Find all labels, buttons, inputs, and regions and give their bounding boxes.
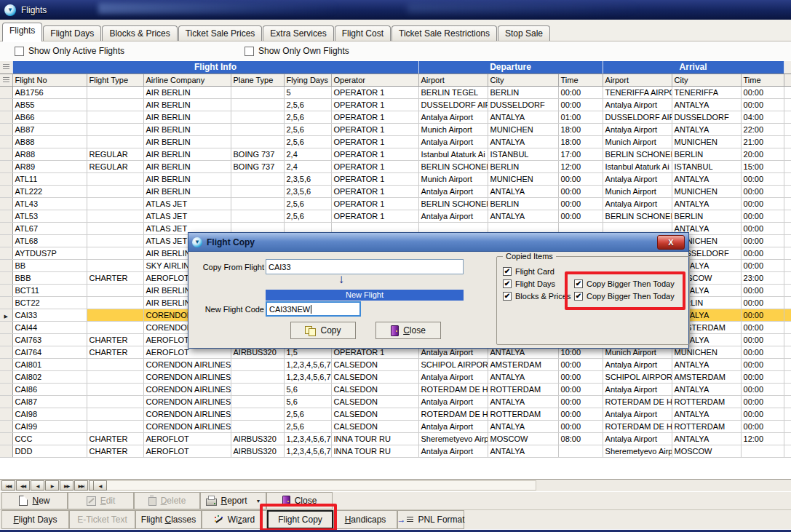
grid-cell[interactable] (87, 247, 143, 259)
grid-cell[interactable]: 1,2,3,4,5,6,7 (284, 445, 331, 457)
grid-cell[interactable]: CCC (12, 432, 87, 445)
grid-cell[interactable]: CHARTER (87, 346, 143, 358)
grid-cell[interactable]: 2,3,5,6 (284, 185, 331, 197)
grid-cell[interactable]: ROTTERDAM (488, 383, 558, 395)
grid-cell[interactable]: CAI99 (12, 420, 87, 432)
checkbox-box[interactable]: ✔ (574, 279, 583, 288)
grid-cell[interactable] (87, 123, 143, 135)
grid-cell[interactable]: AB1756 (12, 86, 87, 98)
grid-cell[interactable] (87, 234, 143, 247)
grid-cell[interactable]: SCHIPOL AIRPORT (418, 358, 488, 370)
checkbox-box[interactable]: ✔ (503, 279, 512, 288)
grid-cell[interactable]: CORENDON AIRLINES (143, 358, 231, 370)
grid-cell[interactable]: 2,5,6 (284, 98, 331, 111)
grid-cell[interactable]: DUSSELDORF (672, 111, 741, 123)
button-flight-classes[interactable]: Flight Classes (135, 510, 202, 529)
grid-cell[interactable] (87, 296, 143, 309)
grid-cell[interactable]: ANTALYA (488, 111, 558, 123)
grid-row-cai802[interactable]: CAI802CORENDON AIRLINES1,2,3,4,5,6,7CALS… (0, 370, 791, 383)
grid-row-ab87[interactable]: AB87AIR BERLIN2,5,6OPERATOR 1Munich Airp… (0, 123, 791, 135)
grid-cell[interactable]: 00:00 (741, 98, 784, 111)
nav-next-button[interactable]: ▶ (45, 480, 59, 491)
column-header-plane-type-3[interactable]: Plane Type (231, 74, 284, 86)
grid-cell[interactable]: ATL68 (12, 234, 87, 247)
grid-cell[interactable] (87, 420, 143, 432)
grid-cell[interactable]: CAI763 (12, 333, 87, 346)
button-close[interactable]: Close (266, 492, 333, 509)
checkbox-box[interactable] (15, 47, 24, 56)
grid-cell[interactable]: 00:00 (741, 185, 784, 197)
grid-cell[interactable]: CAI764 (12, 346, 87, 358)
grid-cell[interactable]: BCT22 (12, 296, 87, 309)
grid-cell[interactable]: MUNICHEN (672, 135, 741, 148)
grid-cell[interactable]: Antalya Airport (603, 408, 672, 420)
grid-cell[interactable]: Munich Airport (418, 172, 488, 185)
grid-cell[interactable]: ANTALYA (488, 445, 558, 457)
grid-cell[interactable]: ATL43 (12, 197, 87, 210)
grid-cell[interactable]: 5,6 (284, 395, 331, 408)
grid-cell[interactable]: CHARTER (87, 432, 143, 445)
grid-cell[interactable]: DDD (12, 445, 87, 457)
grid-row-cai98[interactable]: CAI98CORENDON AIRLINES2,5,6CALSEDONROTER… (0, 408, 791, 420)
grid-cell[interactable]: AIR BERLIN (143, 185, 231, 197)
grid-cell[interactable] (558, 445, 603, 457)
grid-cell[interactable]: BERLIN (488, 86, 558, 98)
grid-cell[interactable]: Antalya Airport (418, 111, 488, 123)
grid-cell[interactable]: AMSTERDAM (672, 370, 741, 383)
new-flight-code-input[interactable]: CAI33NEW (266, 301, 361, 317)
grid-cell[interactable]: 00:00 (558, 358, 603, 370)
grid-cell[interactable]: Antalya Airport (418, 420, 488, 432)
grid-cell[interactable]: 00:00 (741, 420, 784, 432)
grid-row-atl222[interactable]: ATL222AIR BERLIN2,3,5,6OPERATOR 1Antalya… (0, 185, 791, 197)
grid-cell[interactable] (231, 358, 284, 370)
grid-cell[interactable]: BERLIN SCHONEFE (418, 160, 488, 172)
grid-cell[interactable]: 17:00 (558, 148, 603, 160)
grid-cell[interactable] (231, 98, 284, 111)
nav-fast-forward-button[interactable]: ▶▶ (60, 480, 73, 491)
grid-cell[interactable]: INNA TOUR RU (331, 432, 418, 445)
grid-cell[interactable]: Antalya Airport (418, 135, 488, 148)
grid-cell[interactable]: 1,2,3,4,5,6,7 (284, 358, 331, 370)
grid-cell[interactable]: Antalya Airport (418, 395, 488, 408)
grid-cell[interactable]: CORENDON AIRLINES (143, 370, 231, 383)
grid-cell[interactable]: 2,5,6 (284, 111, 331, 123)
grid-cell[interactable]: Munich Airport (418, 123, 488, 135)
grid-cell[interactable]: 00:00 (558, 210, 603, 222)
tab-ticket-sale-restrictions[interactable]: Ticket Sale Restrictions (391, 25, 497, 41)
tab-flight-days[interactable]: Flight Days (43, 25, 101, 41)
grid-cell[interactable] (87, 358, 143, 370)
column-header-operator-5[interactable]: Operator (331, 74, 418, 86)
grid-cell[interactable]: ANTALYA (672, 408, 741, 420)
tab-blocks-prices[interactable]: Blocks & Prices (102, 25, 177, 41)
hscroll-left-arrow-button[interactable]: ◀ (93, 480, 107, 491)
grid-cell[interactable]: 00:00 (741, 247, 784, 259)
grid-cell[interactable]: 00:00 (558, 197, 603, 210)
dialog-title-bar[interactable]: ▼ Flight Copy (188, 233, 688, 252)
grid-cell[interactable]: 2,4 (284, 160, 331, 172)
grid-cell[interactable]: 00:00 (741, 309, 784, 321)
grid-row-ccc[interactable]: CCCCHARTERAEROFLOTAIRBUS3201,2,3,4,5,6,7… (0, 432, 791, 445)
checkbox-show-only-active-flights[interactable]: Show Only Active Flights (15, 46, 124, 56)
grid-cell[interactable]: BERLIN SCHONEFE (418, 197, 488, 210)
grid-cell[interactable]: BERLIN (672, 210, 741, 222)
column-header-flying-days-4[interactable]: Flying Days (284, 74, 331, 86)
report-dropdown-arrow-icon[interactable]: ▼ (256, 499, 261, 504)
grid-cell[interactable] (87, 172, 143, 185)
grid-cell[interactable]: CAI87 (12, 395, 87, 408)
copy-from-flight-input[interactable]: CAI33 (266, 259, 464, 274)
grid-cell[interactable]: 1,2,3,4,5,6,7 (284, 370, 331, 383)
grid-cell[interactable]: ANTALYA (672, 358, 741, 370)
grid-cell[interactable] (231, 135, 284, 148)
column-header-time-11[interactable]: Time (741, 74, 784, 86)
grid-cell[interactable] (87, 222, 143, 234)
grid-cell[interactable]: CHARTER (87, 333, 143, 346)
grid-cell[interactable]: 00:00 (741, 408, 784, 420)
grid-cell[interactable]: AIR BERLIN (143, 172, 231, 185)
grid-cell[interactable]: BERLIN SCHONEFE (603, 210, 672, 222)
grid-cell[interactable]: 00:00 (741, 222, 784, 234)
grid-cell[interactable]: 01:00 (558, 111, 603, 123)
grid-cell[interactable]: ISTANBUL (488, 148, 558, 160)
grid-cell[interactable]: 00:00 (558, 383, 603, 395)
grid-cell[interactable]: BCT11 (12, 284, 87, 296)
grid-cell[interactable]: DUSSELDORF AIRF (603, 111, 672, 123)
